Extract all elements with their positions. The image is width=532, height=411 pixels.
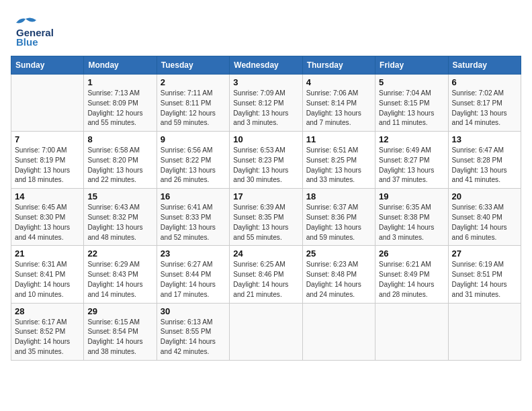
day-info: Sunrise: 6:37 AMSunset: 8:36 PMDaylight:… [306, 203, 371, 242]
day-number: 7 [15, 134, 80, 144]
day-info: Sunrise: 6:19 AMSunset: 8:51 PMDaylight:… [452, 260, 517, 300]
column-header-sunday: Sunday [11, 56, 84, 75]
day-info: Sunrise: 6:51 AMSunset: 8:25 PMDaylight:… [306, 146, 371, 185]
page-header: General Blue [11, 11, 521, 48]
calendar-cell: 26Sunrise: 6:21 AMSunset: 8:49 PMDayligh… [375, 246, 448, 303]
column-header-saturday: Saturday [448, 56, 521, 75]
calendar-cell: 6Sunrise: 7:02 AMSunset: 8:17 PMDaylight… [448, 75, 521, 132]
day-number: 17 [233, 191, 298, 201]
day-info: Sunrise: 6:53 AMSunset: 8:23 PMDaylight:… [233, 146, 298, 185]
day-number: 24 [233, 248, 298, 259]
calendar-cell: 24Sunrise: 6:25 AMSunset: 8:46 PMDayligh… [230, 246, 302, 303]
calendar-header-row: SundayMondayTuesdayWednesdayThursdayFrid… [11, 56, 521, 75]
calendar-cell: 25Sunrise: 6:23 AMSunset: 8:48 PMDayligh… [302, 246, 375, 303]
day-number: 14 [15, 191, 80, 201]
day-number: 30 [161, 306, 226, 316]
calendar-body: 1Sunrise: 7:13 AMSunset: 8:09 PMDaylight… [11, 75, 521, 361]
column-header-wednesday: Wednesday [230, 56, 302, 75]
calendar-cell: 22Sunrise: 6:29 AMSunset: 8:43 PMDayligh… [84, 246, 157, 303]
day-info: Sunrise: 6:23 AMSunset: 8:48 PMDaylight:… [306, 260, 371, 300]
day-number: 28 [15, 306, 80, 316]
day-info: Sunrise: 7:04 AMSunset: 8:15 PMDaylight:… [379, 89, 444, 128]
day-number: 11 [306, 134, 371, 144]
calendar-cell: 17Sunrise: 6:39 AMSunset: 8:35 PMDayligh… [230, 189, 302, 246]
calendar-cell: 1Sunrise: 7:13 AMSunset: 8:09 PMDaylight… [84, 75, 157, 132]
calendar-cell: 18Sunrise: 6:37 AMSunset: 8:36 PMDayligh… [302, 189, 375, 246]
day-number: 8 [87, 134, 152, 144]
day-info: Sunrise: 6:45 AMSunset: 8:30 PMDaylight:… [15, 203, 80, 242]
column-header-tuesday: Tuesday [157, 56, 229, 75]
day-number: 16 [161, 191, 226, 201]
day-info: Sunrise: 6:33 AMSunset: 8:40 PMDaylight:… [452, 203, 517, 242]
week-row-3: 14Sunrise: 6:45 AMSunset: 8:30 PMDayligh… [11, 189, 521, 246]
day-info: Sunrise: 6:49 AMSunset: 8:27 PMDaylight:… [379, 146, 444, 185]
calendar-cell: 10Sunrise: 6:53 AMSunset: 8:23 PMDayligh… [230, 132, 302, 189]
logo-svg: General Blue [11, 11, 85, 48]
day-number: 18 [306, 191, 371, 201]
day-info: Sunrise: 7:09 AMSunset: 8:12 PMDaylight:… [233, 89, 298, 128]
calendar-cell: 3Sunrise: 7:09 AMSunset: 8:12 PMDaylight… [230, 75, 302, 132]
day-info: Sunrise: 7:13 AMSunset: 8:09 PMDaylight:… [87, 89, 152, 128]
day-number: 9 [161, 134, 226, 144]
calendar-cell: 7Sunrise: 7:00 AMSunset: 8:19 PMDaylight… [11, 132, 84, 189]
calendar-cell: 16Sunrise: 6:41 AMSunset: 8:33 PMDayligh… [157, 189, 229, 246]
week-row-5: 28Sunrise: 6:17 AMSunset: 8:52 PMDayligh… [11, 303, 521, 360]
day-number: 23 [161, 248, 226, 259]
calendar-cell: 23Sunrise: 6:27 AMSunset: 8:44 PMDayligh… [157, 246, 229, 303]
day-info: Sunrise: 6:31 AMSunset: 8:41 PMDaylight:… [15, 260, 80, 300]
calendar-cell: 5Sunrise: 7:04 AMSunset: 8:15 PMDaylight… [375, 75, 448, 132]
day-info: Sunrise: 6:35 AMSunset: 8:38 PMDaylight:… [379, 203, 444, 242]
calendar-cell [375, 303, 448, 360]
day-number: 22 [87, 248, 152, 259]
column-header-thursday: Thursday [302, 56, 375, 75]
day-number: 2 [161, 77, 226, 87]
day-number: 6 [452, 77, 517, 87]
day-number: 29 [87, 306, 152, 316]
week-row-4: 21Sunrise: 6:31 AMSunset: 8:41 PMDayligh… [11, 246, 521, 303]
calendar-cell: 8Sunrise: 6:58 AMSunset: 8:20 PMDaylight… [84, 132, 157, 189]
week-row-1: 1Sunrise: 7:13 AMSunset: 8:09 PMDaylight… [11, 75, 521, 132]
day-info: Sunrise: 6:15 AMSunset: 8:54 PMDaylight:… [87, 318, 152, 357]
calendar-cell: 20Sunrise: 6:33 AMSunset: 8:40 PMDayligh… [448, 189, 521, 246]
day-number: 27 [452, 248, 517, 259]
day-info: Sunrise: 6:56 AMSunset: 8:22 PMDaylight:… [161, 146, 226, 185]
calendar-cell [448, 303, 521, 360]
calendar-cell [302, 303, 375, 360]
day-info: Sunrise: 7:11 AMSunset: 8:11 PMDaylight:… [161, 89, 226, 128]
day-number: 10 [233, 134, 298, 144]
column-header-monday: Monday [84, 56, 157, 75]
day-info: Sunrise: 6:29 AMSunset: 8:43 PMDaylight:… [87, 260, 152, 300]
day-info: Sunrise: 6:43 AMSunset: 8:32 PMDaylight:… [87, 203, 152, 242]
calendar-cell [11, 75, 84, 132]
day-info: Sunrise: 7:00 AMSunset: 8:19 PMDaylight:… [15, 146, 80, 185]
day-number: 26 [379, 248, 444, 259]
calendar-cell: 12Sunrise: 6:49 AMSunset: 8:27 PMDayligh… [375, 132, 448, 189]
day-number: 4 [306, 77, 371, 87]
calendar-cell [230, 303, 302, 360]
week-row-2: 7Sunrise: 7:00 AMSunset: 8:19 PMDaylight… [11, 132, 521, 189]
day-info: Sunrise: 6:25 AMSunset: 8:46 PMDaylight:… [233, 260, 298, 300]
day-number: 5 [379, 77, 444, 87]
day-number: 20 [452, 191, 517, 201]
calendar-cell: 13Sunrise: 6:47 AMSunset: 8:28 PMDayligh… [448, 132, 521, 189]
day-number: 3 [233, 77, 298, 87]
calendar-cell: 30Sunrise: 6:13 AMSunset: 8:55 PMDayligh… [157, 303, 229, 360]
day-info: Sunrise: 7:02 AMSunset: 8:17 PMDaylight:… [452, 89, 517, 128]
day-number: 12 [379, 134, 444, 144]
logo: General Blue [11, 11, 85, 48]
day-info: Sunrise: 6:13 AMSunset: 8:55 PMDaylight:… [161, 318, 226, 357]
calendar-cell: 28Sunrise: 6:17 AMSunset: 8:52 PMDayligh… [11, 303, 84, 360]
day-info: Sunrise: 6:39 AMSunset: 8:35 PMDaylight:… [233, 203, 298, 242]
calendar-cell: 29Sunrise: 6:15 AMSunset: 8:54 PMDayligh… [84, 303, 157, 360]
day-number: 15 [87, 191, 152, 201]
calendar-cell: 11Sunrise: 6:51 AMSunset: 8:25 PMDayligh… [302, 132, 375, 189]
day-info: Sunrise: 6:58 AMSunset: 8:20 PMDaylight:… [87, 146, 152, 185]
day-info: Sunrise: 7:06 AMSunset: 8:14 PMDaylight:… [306, 89, 371, 128]
day-info: Sunrise: 6:41 AMSunset: 8:33 PMDaylight:… [161, 203, 226, 242]
day-info: Sunrise: 6:17 AMSunset: 8:52 PMDaylight:… [15, 318, 80, 357]
calendar-cell: 19Sunrise: 6:35 AMSunset: 8:38 PMDayligh… [375, 189, 448, 246]
column-header-friday: Friday [375, 56, 448, 75]
day-number: 1 [87, 77, 152, 87]
calendar-cell: 4Sunrise: 7:06 AMSunset: 8:14 PMDaylight… [302, 75, 375, 132]
day-number: 13 [452, 134, 517, 144]
